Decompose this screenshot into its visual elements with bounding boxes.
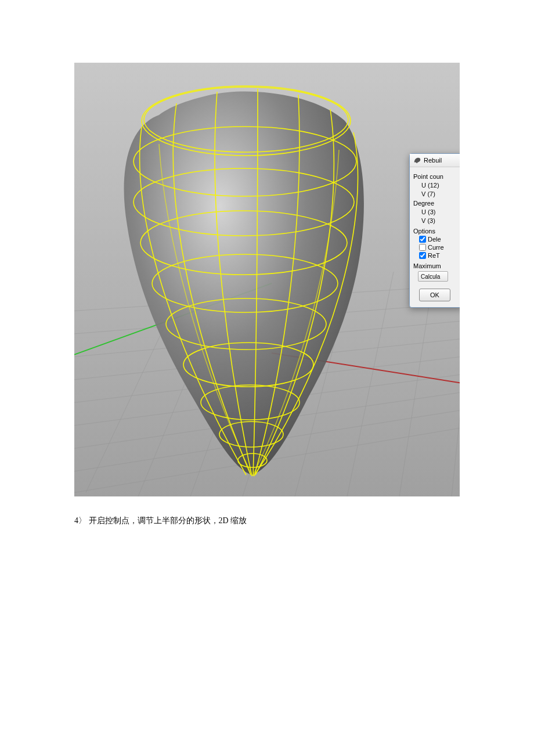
- option-retrim[interactable]: ReT: [413, 252, 459, 259]
- v-point-count[interactable]: V (7): [413, 190, 459, 197]
- option-retrim-label: ReT: [428, 252, 440, 259]
- calculate-button[interactable]: Calcula: [418, 271, 448, 282]
- viewport-3d[interactable]: Rebuil Point coun U (12) V (7) Degree U …: [74, 63, 460, 496]
- screenshot-region: Rebuil Point coun U (12) V (7) Degree U …: [74, 63, 460, 496]
- option-current-checkbox[interactable]: [419, 244, 426, 251]
- u-point-count[interactable]: U (12): [413, 182, 459, 189]
- option-retrim-checkbox[interactable]: [419, 252, 426, 259]
- option-delete-checkbox[interactable]: [419, 236, 426, 243]
- point-count-label: Point coun: [413, 173, 459, 180]
- option-current[interactable]: Curre: [413, 244, 459, 251]
- option-current-label: Curre: [428, 244, 444, 251]
- rebuild-dialog: Rebuil Point coun U (12) V (7) Degree U …: [409, 153, 460, 308]
- degree-label: Degree: [413, 200, 459, 207]
- option-delete[interactable]: Dele: [413, 236, 459, 243]
- model-wireframe-vase[interactable]: [74, 63, 397, 496]
- ok-button[interactable]: OK: [419, 289, 450, 301]
- option-delete-label: Dele: [428, 236, 441, 243]
- u-degree[interactable]: U (3): [413, 208, 459, 215]
- caption-text: 4〉 开启控制点，调节上半部分的形状，2D 缩放: [74, 516, 247, 525]
- maximum-label: Maximum: [413, 262, 459, 269]
- dialog-title-text: Rebuil: [424, 157, 442, 164]
- dialog-titlebar[interactable]: Rebuil: [410, 154, 460, 167]
- figure-caption: 4〉 开启控制点，调节上半部分的形状，2D 缩放: [74, 516, 247, 526]
- options-label: Options: [413, 228, 459, 235]
- rhino-icon: [413, 156, 421, 164]
- v-degree[interactable]: V (3): [413, 217, 459, 224]
